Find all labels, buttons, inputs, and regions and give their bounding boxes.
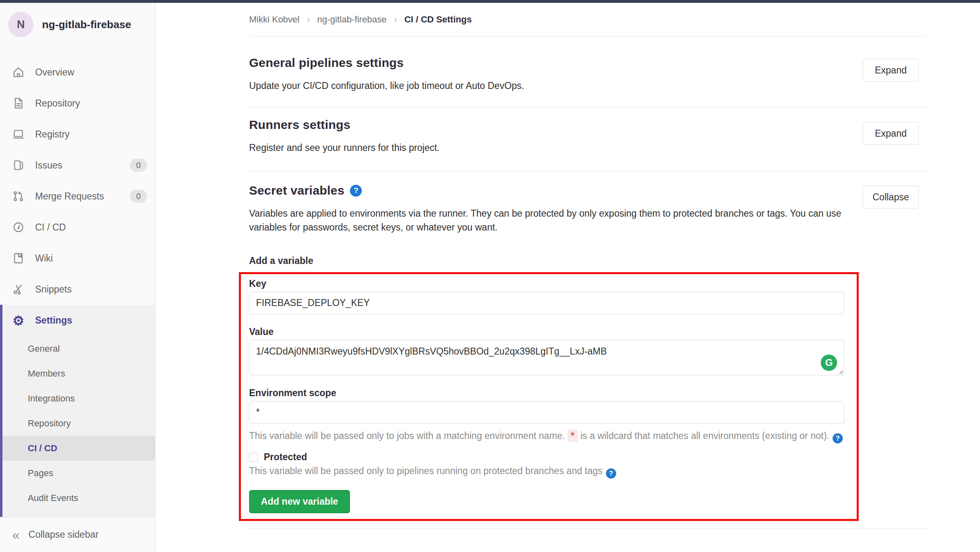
general-pipelines-description: Update your CI/CD configuration, like jo… bbox=[249, 79, 849, 93]
breadcrumb: Mikki Kobvel › ng-gitlab-firebase › CI /… bbox=[249, 3, 927, 37]
general-pipelines-title: General pipelines settings bbox=[249, 56, 927, 70]
book-icon bbox=[12, 252, 24, 264]
runners-settings-expand-button[interactable]: Expand bbox=[863, 122, 919, 145]
issues-icon bbox=[12, 159, 24, 171]
grammarly-icon[interactable]: G bbox=[821, 355, 837, 371]
add-new-variable-button[interactable]: Add new variable bbox=[249, 490, 350, 513]
protected-label[interactable]: Protected bbox=[264, 452, 307, 463]
sidebar-item-registry[interactable]: Registry bbox=[0, 119, 155, 150]
scissors-icon bbox=[12, 283, 24, 295]
browser-top-strip bbox=[0, 0, 980, 3]
settings-section: ⚙ Settings General Members Integrations … bbox=[0, 305, 155, 517]
sidebar-item-issues[interactable]: Issues 0 bbox=[0, 150, 155, 181]
runners-settings-section: Runners settings Register and see your r… bbox=[249, 107, 927, 171]
project-sidebar: N ng-gitlab-firebase Overview Repository… bbox=[0, 3, 156, 552]
protected-checkbox[interactable] bbox=[249, 453, 258, 462]
value-textarea[interactable]: 1/4CDdAj0NMI3Rweyu9fsHDV9lXYglBRsVQ5hovB… bbox=[249, 340, 844, 375]
sidebar-item-ci-cd[interactable]: CI / CD bbox=[0, 212, 155, 243]
gauge-icon bbox=[12, 221, 24, 233]
scope-help-after: is a wildcard that matches all environme… bbox=[580, 430, 829, 441]
collapse-sidebar-label: Collapse sidebar bbox=[29, 529, 98, 540]
breadcrumb-current-page: CI / CD Settings bbox=[404, 14, 472, 25]
environment-scope-input[interactable] bbox=[249, 401, 844, 423]
sidebar-item-repository[interactable]: Repository bbox=[0, 88, 155, 119]
main-content: Mikki Kobvel › ng-gitlab-firebase › CI /… bbox=[156, 3, 980, 552]
project-name: ng-gitlab-firebase bbox=[42, 18, 131, 31]
chevron-double-left-icon: « bbox=[12, 528, 20, 541]
sidebar-item-label: CI / CD bbox=[35, 222, 66, 233]
value-label: Value bbox=[249, 326, 844, 337]
sidebar-item-wiki[interactable]: Wiki bbox=[0, 243, 155, 274]
issues-count-badge: 0 bbox=[130, 159, 147, 172]
runners-settings-description: Register and see your runners for this p… bbox=[249, 141, 849, 155]
sidebar-item-label: Issues bbox=[35, 160, 62, 171]
sidebar-subitem-audit-events[interactable]: Audit Events bbox=[2, 485, 155, 510]
resize-handle-icon[interactable] bbox=[837, 368, 844, 375]
document-icon bbox=[12, 97, 24, 109]
breadcrumb-user[interactable]: Mikki Kobvel bbox=[249, 14, 299, 25]
secret-variables-section: Secret variables ? Variables are applied… bbox=[249, 171, 927, 529]
value-textarea-wrapper: 1/4CDdAj0NMI3Rweyu9fsHDV9lXYglBRsVQ5hovB… bbox=[249, 340, 844, 375]
secret-variables-title: Secret variables bbox=[249, 184, 344, 197]
secret-variables-collapse-button[interactable]: Collapse bbox=[863, 186, 919, 208]
project-header[interactable]: N ng-gitlab-firebase bbox=[0, 3, 155, 47]
highlight-red-box: Key Value 1/4CDdAj0NMI3Rweyu9fsHDV9lXYgl… bbox=[239, 272, 859, 521]
wildcard-code: * bbox=[568, 430, 578, 442]
sidebar-nav: Overview Repository Registry Issues 0 bbox=[0, 57, 155, 305]
sidebar-item-label: Registry bbox=[35, 129, 69, 140]
breadcrumb-separator: › bbox=[394, 14, 397, 25]
sidebar-subitem-pages[interactable]: Pages bbox=[2, 461, 155, 485]
sidebar-item-settings[interactable]: ⚙ Settings bbox=[2, 305, 155, 336]
sidebar-item-label: Repository bbox=[35, 98, 80, 109]
collapse-sidebar-button[interactable]: « Collapse sidebar bbox=[0, 517, 155, 552]
sidebar-item-label: Snippets bbox=[35, 284, 72, 295]
sidebar-item-merge-requests[interactable]: Merge Requests 0 bbox=[0, 181, 155, 212]
runners-settings-title: Runners settings bbox=[249, 118, 927, 132]
environment-scope-label: Environment scope bbox=[249, 388, 844, 399]
sidebar-item-overview[interactable]: Overview bbox=[0, 57, 155, 88]
sidebar-item-label: Wiki bbox=[35, 253, 53, 264]
sidebar-subitem-members[interactable]: Members bbox=[2, 361, 155, 386]
key-input[interactable] bbox=[249, 292, 844, 314]
sidebar-subitem-integrations[interactable]: Integrations bbox=[2, 386, 155, 411]
help-icon[interactable]: ? bbox=[833, 433, 843, 443]
gear-icon: ⚙ bbox=[12, 315, 24, 327]
sidebar-subitem-repository[interactable]: Repository bbox=[2, 411, 155, 436]
sidebar-item-label: Settings bbox=[35, 315, 72, 326]
secret-variables-description: Variables are applied to environments vi… bbox=[249, 206, 849, 234]
sidebar-item-label: Merge Requests bbox=[35, 191, 104, 202]
help-icon[interactable]: ? bbox=[606, 468, 616, 479]
merge-requests-count-badge: 0 bbox=[130, 190, 147, 203]
breadcrumb-project[interactable]: ng-gitlab-firebase bbox=[317, 14, 387, 25]
add-variable-heading: Add a variable bbox=[249, 255, 927, 266]
sidebar-subitem-general[interactable]: General bbox=[2, 336, 155, 361]
sidebar-subitem-ci-cd[interactable]: CI / CD bbox=[2, 436, 155, 461]
general-pipelines-section: General pipelines settings Update your C… bbox=[249, 37, 927, 107]
help-icon[interactable]: ? bbox=[350, 185, 362, 197]
merge-request-icon bbox=[12, 190, 24, 202]
breadcrumb-separator: › bbox=[307, 14, 310, 25]
sidebar-item-snippets[interactable]: Snippets bbox=[0, 274, 155, 305]
key-label: Key bbox=[249, 278, 266, 289]
protected-help-text: This variable will be passed only to pip… bbox=[249, 464, 844, 479]
monitor-icon bbox=[12, 128, 24, 140]
protected-row: Protected bbox=[249, 452, 844, 463]
settings-subnav: General Members Integrations Repository … bbox=[2, 336, 155, 510]
general-pipelines-expand-button[interactable]: Expand bbox=[863, 59, 919, 82]
protected-help-label: This variable will be passed only to pip… bbox=[249, 466, 603, 476]
sidebar-item-label: Overview bbox=[35, 67, 74, 78]
scope-help-before: This variable will be passed only to job… bbox=[249, 430, 565, 441]
environment-scope-help-text: This variable will be passed only to job… bbox=[249, 429, 844, 443]
home-icon bbox=[12, 66, 24, 78]
project-avatar: N bbox=[8, 12, 33, 37]
